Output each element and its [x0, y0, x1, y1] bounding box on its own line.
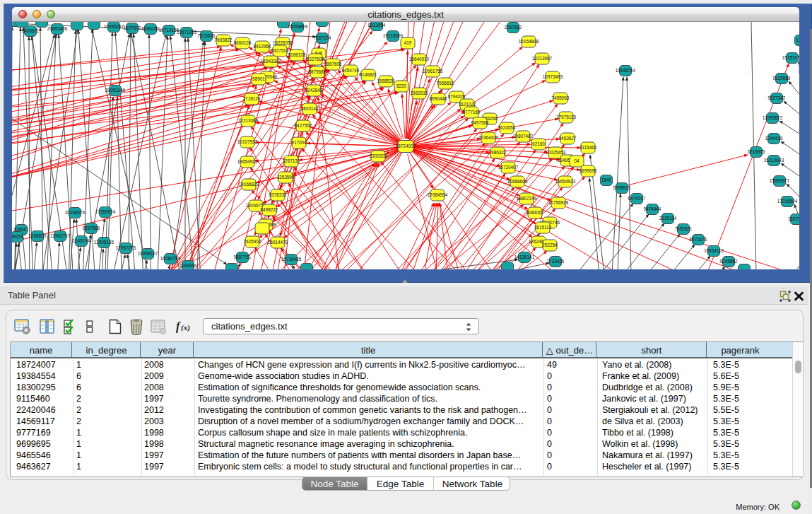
- svg-text:10688609: 10688609: [507, 179, 528, 184]
- svg-text:6794028: 6794028: [448, 94, 466, 99]
- svg-text:9463627: 9463627: [559, 136, 577, 141]
- svg-text:12505135: 12505135: [94, 240, 114, 245]
- svg-text:15751074: 15751074: [782, 55, 799, 60]
- svg-text:18807249: 18807249: [517, 196, 537, 201]
- svg-text:9857791: 9857791: [234, 255, 252, 259]
- svg-text:6479197: 6479197: [628, 196, 646, 201]
- svg-text:6497568: 6497568: [471, 120, 489, 125]
- svg-text:1615112: 1615112: [534, 225, 552, 230]
- svg-text:1145194: 1145194: [73, 238, 90, 243]
- svg-text:419: 419: [404, 40, 412, 45]
- svg-text:5875685: 5875685: [309, 69, 326, 74]
- svg-text:17975115: 17975115: [556, 115, 576, 119]
- svg-text:9242848: 9242848: [305, 88, 323, 93]
- svg-text:20206576: 20206576: [65, 210, 86, 215]
- svg-text:7357224: 7357224: [314, 35, 331, 40]
- svg-text:1244418: 1244418: [765, 136, 783, 141]
- svg-text:1733426: 1733426: [547, 259, 565, 264]
- svg-text:8990448: 8990448: [430, 96, 447, 101]
- svg-text:1353594: 1353594: [277, 175, 295, 180]
- svg-text:2803144: 2803144: [301, 106, 319, 111]
- svg-text:16543382: 16543382: [261, 59, 281, 64]
- svg-text:10671355: 10671355: [177, 30, 197, 35]
- svg-text:15640910: 15640910: [409, 57, 430, 62]
- svg-text:9777169: 9777169: [463, 110, 481, 115]
- svg-text:8660124: 8660124: [234, 40, 252, 45]
- svg-text:17359924: 17359924: [95, 209, 116, 214]
- svg-text:8378332: 8378332: [269, 192, 287, 197]
- svg-text:19654925: 19654925: [237, 159, 258, 164]
- svg-text:10756928: 10756928: [548, 200, 569, 205]
- svg-text:5958923: 5958923: [613, 185, 631, 190]
- svg-text:f: f: [176, 320, 181, 333]
- svg-text:3267130: 3267130: [283, 158, 300, 163]
- svg-text:9699695: 9699695: [579, 168, 597, 173]
- svg-text:8454749: 8454749: [342, 68, 360, 73]
- svg-text:9474444: 9474444: [644, 206, 661, 211]
- svg-text:8813054: 8813054: [368, 23, 386, 28]
- svg-text:12213369: 12213369: [238, 118, 259, 123]
- svg-text:10807487: 10807487: [513, 134, 534, 139]
- svg-text:1840: 1840: [601, 177, 612, 182]
- svg-text:917004: 917004: [291, 140, 307, 145]
- svg-text:9327503: 9327503: [271, 48, 289, 53]
- svg-text:10973493: 10973493: [543, 74, 563, 79]
- svg-text:9227342: 9227342: [768, 95, 786, 100]
- svg-text:16154808: 16154808: [519, 39, 539, 44]
- svg-text:39154: 39154: [12, 234, 23, 239]
- svg-text:252254: 252254: [542, 243, 558, 247]
- svg-text:15720407: 15720407: [498, 165, 519, 170]
- svg-text:20053346: 20053346: [105, 88, 126, 93]
- svg-text:20691406: 20691406: [47, 26, 68, 31]
- svg-text:10654112: 10654112: [704, 248, 724, 253]
- svg-text:10961758: 10961758: [423, 69, 443, 74]
- svg-text:1621022: 1621022: [459, 102, 476, 107]
- svg-text:10107552: 10107552: [237, 139, 258, 144]
- svg-text:10025453: 10025453: [546, 150, 566, 155]
- svg-text:10958107: 10958107: [138, 251, 158, 256]
- svg-text:14136141: 14136141: [514, 255, 535, 259]
- svg-text:62160: 62160: [532, 141, 545, 146]
- svg-text:3624554: 3624554: [498, 125, 516, 130]
- svg-text:18724007: 18724007: [396, 144, 416, 148]
- svg-text:8912954: 8912954: [254, 44, 271, 49]
- svg-text:935061: 935061: [13, 227, 29, 232]
- svg-text:19384554: 19384554: [428, 192, 448, 197]
- svg-text:8471676: 8471676: [690, 237, 707, 242]
- svg-text:7632621: 7632621: [675, 226, 693, 231]
- svg-text:3215955: 3215955: [748, 149, 765, 154]
- svg-text:15716485: 15716485: [281, 257, 302, 262]
- svg-text:6466160: 6466160: [142, 26, 160, 31]
- svg-text:(x): (x): [181, 323, 190, 332]
- svg-text:7625402: 7625402: [244, 239, 261, 244]
- svg-text:12213967: 12213967: [532, 56, 553, 61]
- svg-text:2300203: 2300203: [370, 153, 387, 158]
- svg-text:8186328: 8186328: [288, 52, 306, 57]
- svg-text:7986322: 7986322: [489, 150, 507, 155]
- svg-text:8220: 8220: [396, 83, 407, 88]
- svg-text:12942757: 12942757: [50, 233, 71, 238]
- svg-text:12093822: 12093822: [763, 115, 783, 120]
- svg-text:1527602: 1527602: [124, 25, 141, 30]
- svg-text:16782759: 16782759: [160, 256, 181, 261]
- svg-text:15692971: 15692971: [770, 178, 790, 183]
- svg-text:2935114: 2935114: [659, 216, 677, 221]
- svg-text:1588520: 1588520: [377, 78, 395, 83]
- svg-text:10648764: 10648764: [616, 68, 636, 73]
- svg-text:9245652: 9245652: [720, 259, 738, 264]
- svg-text:9146821: 9146821: [360, 72, 377, 77]
- svg-text:16914479: 16914479: [268, 240, 288, 245]
- svg-text:8427552: 8427552: [295, 123, 312, 128]
- svg-text:7663822: 7663822: [215, 37, 233, 42]
- svg-text:9084067: 9084067: [526, 210, 544, 215]
- svg-text:9129966: 9129966: [773, 76, 791, 81]
- svg-text:17957275: 17957275: [116, 245, 136, 250]
- svg-text:16053809: 16053809: [288, 24, 308, 29]
- svg-text:2087682: 2087682: [505, 25, 522, 30]
- svg-text:98901: 98901: [252, 76, 265, 81]
- svg-text:10655287: 10655287: [104, 24, 124, 29]
- svg-text:04: 04: [574, 158, 579, 163]
- svg-text:1405571: 1405571: [22, 28, 40, 33]
- svg-text:13226058: 13226058: [273, 40, 293, 45]
- svg-text:19166829: 19166829: [239, 182, 259, 187]
